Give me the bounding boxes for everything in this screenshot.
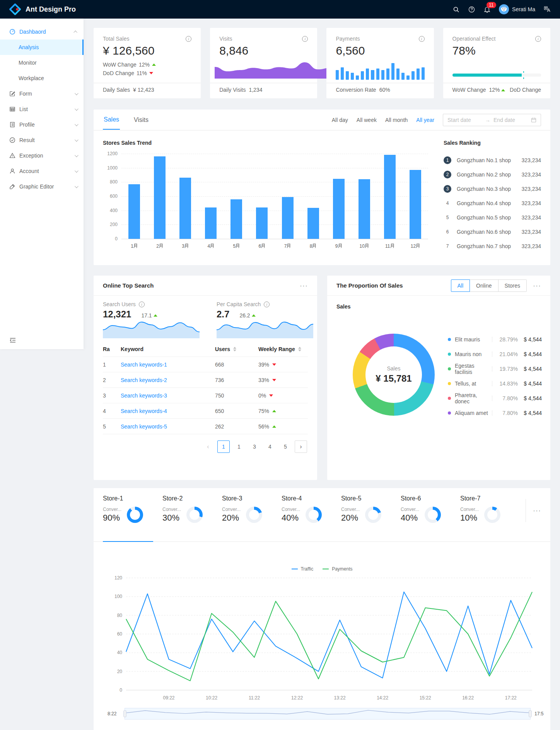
slider-handle-right[interactable]: [529, 710, 532, 717]
keyword-link[interactable]: Search keywords-3: [121, 392, 215, 399]
trend-up-icon: [272, 425, 276, 428]
tab-store-2[interactable]: Store-2 Conver...30%: [162, 488, 222, 542]
sidebar-item-analysis[interactable]: Analysis: [0, 39, 84, 55]
segment-stores[interactable]: Stores: [499, 279, 527, 292]
range-all-day[interactable]: All day: [332, 117, 348, 123]
bar-slot: 7: [275, 154, 300, 239]
card-title: Total Sales: [103, 36, 129, 42]
ranking-row: 6 Gongzhuan No.6 shop 323,234: [444, 224, 541, 239]
sidebar-item-result[interactable]: Result: [0, 132, 84, 148]
tab-visits[interactable]: Visits: [133, 111, 149, 129]
pagination-page[interactable]: 5: [279, 440, 292, 453]
sidebar-item-account[interactable]: Account: [0, 163, 84, 179]
pagination-page[interactable]: 1: [217, 440, 230, 453]
account-icon: [9, 168, 15, 174]
tab-store-6[interactable]: Store-6 Conver...40%: [401, 488, 460, 542]
tab-sales[interactable]: Sales: [103, 110, 120, 130]
trend-up-icon: [501, 89, 505, 91]
sort-weekly-range[interactable]: [298, 347, 301, 351]
svg-text:15:22: 15:22: [420, 695, 431, 701]
user-menu[interactable]: Serati Ma: [499, 4, 535, 14]
target-tick: [523, 77, 524, 79]
menu-fold-icon[interactable]: [9, 337, 16, 344]
sidebar-menu: Dashbaord AnalysisMonitorWorkplace Form …: [0, 19, 84, 194]
help-icon[interactable]: [468, 6, 475, 13]
sales-panel: Sales Visits All day All week All month …: [94, 110, 550, 265]
per-capita-sparkline: [217, 320, 313, 338]
keyword-link[interactable]: Search keywords-1: [121, 362, 215, 368]
online-top-search-panel: Online Top Search ··· Search Usersi 12,3…: [94, 276, 317, 480]
pagination-prev[interactable]: ‹: [202, 440, 214, 453]
table-row: 5 Search keywords-5 262 56%: [103, 419, 308, 434]
pagination-next[interactable]: ›: [295, 440, 307, 453]
tab-store-1[interactable]: Store-1 Conver...90%: [103, 488, 162, 542]
slider-handle-left[interactable]: [123, 710, 126, 717]
tab-store-5[interactable]: Store-5 Conver...20%: [341, 488, 401, 542]
sidebar-item-exception[interactable]: Exception: [0, 148, 84, 163]
notifications-bell-icon[interactable]: 11: [483, 6, 490, 13]
segment-online[interactable]: Online: [470, 279, 498, 292]
tab-store-7[interactable]: Store-7 Conver...10%: [460, 488, 520, 542]
range-all-year[interactable]: All year: [416, 117, 434, 123]
info-icon[interactable]: i: [186, 36, 191, 42]
info-icon[interactable]: i: [419, 36, 425, 42]
range-all-week[interactable]: All week: [357, 117, 377, 123]
more-menu-icon[interactable]: ···: [533, 284, 541, 288]
app-logo-icon[interactable]: [9, 3, 21, 15]
date-range-picker[interactable]: Start date → End date: [443, 114, 541, 126]
pagination-page[interactable]: 1: [233, 440, 245, 453]
sidebar-item-form[interactable]: Form: [0, 86, 84, 101]
legend-item: Pharetra, donec 7.80% $ 4,544: [448, 391, 542, 406]
segment-all[interactable]: All: [451, 279, 470, 292]
sort-users[interactable]: [233, 347, 236, 351]
trend-down-icon: [269, 394, 273, 397]
sidebar-item-list[interactable]: List: [0, 101, 84, 117]
start-date-input[interactable]: Start date: [447, 117, 482, 123]
tab-store-3[interactable]: Store-3 Conver...20%: [222, 488, 282, 542]
translate-icon[interactable]: [544, 6, 551, 13]
pagination-page[interactable]: 3: [248, 440, 261, 453]
trend-up-icon: [154, 314, 157, 317]
keyword-link[interactable]: Search keywords-4: [121, 408, 215, 414]
svg-text:14:22: 14:22: [377, 695, 388, 701]
pagination-page[interactable]: 4: [264, 440, 276, 453]
keyword-link[interactable]: Search keywords-2: [121, 377, 215, 383]
range-all-month[interactable]: All month: [385, 117, 408, 123]
table-row: 1 Search keywords-1 668 39%: [103, 357, 308, 372]
app-header: Ant Design Pro 11 Serati Ma: [0, 0, 560, 19]
bar: [205, 207, 217, 239]
legend-dot: [448, 353, 451, 356]
sidebar-item-workplace[interactable]: Workplace: [0, 70, 84, 86]
slider-brush[interactable]: [125, 708, 531, 720]
svg-text:13:22: 13:22: [334, 695, 346, 701]
proportion-of-sales-panel: The Proportion Of Sales All Online Store…: [327, 276, 550, 480]
tab-store-4[interactable]: Store-4 Conver...40%: [282, 488, 341, 542]
x-tick-label: 8: [300, 243, 326, 249]
sidebar-item-dashbaord[interactable]: Dashbaord: [0, 24, 84, 39]
info-icon[interactable]: i: [302, 36, 308, 42]
info-icon[interactable]: i: [139, 302, 145, 307]
info-icon[interactable]: i: [264, 302, 270, 307]
store-tabs: Store-1 Conver...90% Store-2 Conver...30…: [94, 488, 550, 542]
more-menu-icon[interactable]: ···: [300, 284, 308, 288]
sidebar-item-monitor[interactable]: Monitor: [0, 55, 84, 70]
search-users-sparkline: [103, 320, 200, 338]
card-title: Operational Effect: [452, 36, 496, 42]
legend-item: Aliquam amet 7.80% $ 4,544: [448, 406, 542, 420]
tabs-overflow-button[interactable]: ···: [526, 499, 541, 522]
search-icon[interactable]: [452, 6, 459, 13]
x-tick-label: 3: [172, 243, 198, 249]
end-date-input[interactable]: End date: [493, 117, 528, 123]
result-icon: [9, 137, 15, 143]
bar: [256, 207, 268, 239]
info-icon[interactable]: i: [535, 36, 541, 42]
keyword-link[interactable]: Search keywords-5: [121, 423, 215, 430]
x-tick-label: 9: [326, 243, 352, 249]
avatar: [499, 4, 509, 14]
svg-text:17:22: 17:22: [505, 695, 517, 701]
sidebar-item-profile[interactable]: Profile: [0, 117, 84, 132]
panel-title: Online Top Search: [103, 282, 154, 289]
sidebar-item-graphic-editor[interactable]: Graphic Editor: [0, 179, 84, 194]
series-traffic: [126, 592, 532, 678]
rank-badge: 6: [444, 228, 451, 236]
